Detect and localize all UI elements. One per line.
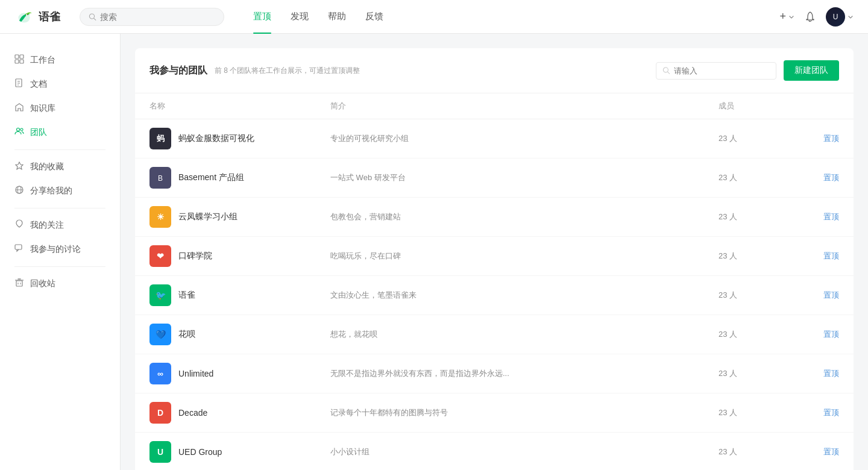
- pin-button[interactable]: 置顶: [823, 369, 839, 378]
- sidebar-label-following: 我的关注: [30, 220, 64, 231]
- pin-button[interactable]: 置顶: [823, 330, 839, 339]
- team-action: 置顶: [791, 212, 839, 222]
- notification-action[interactable]: [804, 11, 816, 23]
- table-row: B Basement 产品组 一站式 Web 研发平台 23 人 置顶: [135, 158, 854, 198]
- nav-link-help[interactable]: 帮助: [318, 0, 356, 34]
- sidebar-item-workspace[interactable]: 工作台: [0, 48, 120, 72]
- trash-icon: [14, 278, 24, 290]
- teams-table: 名称 简介 成员 蚂 蚂蚁金服数据可视化 专业的可视化研究小组 23 人 置顶 …: [135, 93, 854, 470]
- pin-button[interactable]: 置顶: [823, 212, 839, 221]
- team-desc: 想花，就花呗: [330, 329, 719, 340]
- team-avatar: 💙: [149, 324, 171, 345]
- nav-link-feedback[interactable]: 反馈: [356, 0, 393, 34]
- sidebar-item-trash[interactable]: 回收站: [0, 272, 120, 296]
- shared-icon: [14, 185, 24, 197]
- topnav: 语雀 置顶 发现 帮助 反馈 + U: [0, 0, 868, 34]
- avatar: U: [826, 7, 845, 27]
- create-team-button[interactable]: 新建团队: [784, 60, 839, 81]
- team-desc: 文由汝心生，笔墨语雀来: [330, 290, 719, 301]
- table-row: 🐦 语雀 文由汝心生，笔墨语雀来 23 人 置顶: [135, 276, 854, 315]
- svg-marker-15: [16, 162, 23, 169]
- nav-link-workspace[interactable]: 置顶: [244, 0, 281, 34]
- sidebar-item-shared[interactable]: 分享给我的: [0, 179, 120, 203]
- svg-rect-8: [20, 60, 24, 63]
- table-row: 蚂 蚂蚁金服数据可视化 专业的可视化研究小组 23 人 置顶: [135, 119, 854, 158]
- pin-button[interactable]: 置顶: [823, 134, 839, 143]
- team-name: Unlimited: [178, 369, 213, 378]
- sidebar-item-teams[interactable]: 团队: [0, 121, 120, 145]
- logo-text: 语雀: [39, 10, 60, 24]
- team-action: 置顶: [791, 329, 839, 340]
- nav-links: 置顶 发现 帮助 反馈: [244, 0, 393, 34]
- teams-list: 蚂 蚂蚁金服数据可视化 专业的可视化研究小组 23 人 置顶 B Basemen…: [135, 119, 854, 470]
- team-name: Decade: [178, 408, 207, 418]
- workspace-icon: [14, 54, 24, 66]
- table-header: 名称 简介 成员: [135, 93, 854, 119]
- sidebar-label-shared: 分享给我的: [30, 186, 72, 196]
- team-name: 花呗: [178, 329, 195, 340]
- team-action: 置顶: [791, 251, 839, 262]
- team-avatar: 🐦: [149, 284, 171, 306]
- panel-subtitle: 前 8 个团队将在工作台展示，可通过置顶调整: [215, 66, 649, 76]
- panel-search[interactable]: [656, 62, 776, 80]
- sidebar-item-following[interactable]: 我的关注: [0, 213, 120, 237]
- docs-icon: [14, 78, 24, 90]
- table-row: ∞ Unlimited 无限不是指边界外就没有东西，而是指边界外永远... 23…: [135, 354, 854, 393]
- team-avatar: B: [149, 167, 171, 189]
- sidebar-item-knowledge[interactable]: 知识库: [0, 96, 120, 121]
- sidebar-divider-2: [14, 208, 105, 208]
- nav-right: + U: [779, 7, 854, 27]
- pin-button[interactable]: 置顶: [823, 408, 839, 417]
- svg-text:B: B: [158, 174, 163, 183]
- sidebar-item-favorites[interactable]: 我的收藏: [0, 155, 120, 179]
- sidebar-label-discussions: 我参与的讨论: [30, 244, 81, 255]
- team-action: 置顶: [791, 290, 839, 301]
- sidebar-divider-1: [14, 149, 105, 150]
- svg-rect-5: [15, 55, 19, 58]
- team-avatar: 蚂: [149, 128, 171, 149]
- knowledge-icon: [14, 102, 24, 114]
- team-name-col: ∞ Unlimited: [149, 363, 330, 384]
- pin-button[interactable]: 置顶: [823, 290, 839, 299]
- team-name-col: B Basement 产品组: [149, 167, 330, 189]
- pin-button[interactable]: 置顶: [823, 173, 839, 182]
- svg-rect-20: [16, 281, 22, 286]
- nav-link-discover[interactable]: 发现: [281, 0, 318, 34]
- search-box[interactable]: [80, 8, 224, 26]
- user-avatar-action[interactable]: U: [826, 7, 854, 27]
- main-content: 我参与的团队 前 8 个团队将在工作台展示，可通过置顶调整 新建团队 名称 简介: [121, 34, 868, 470]
- team-desc: 包教包会，营销建站: [330, 212, 719, 222]
- team-action: 置顶: [791, 407, 839, 418]
- sidebar-label-favorites: 我的收藏: [30, 161, 64, 172]
- pin-button[interactable]: 置顶: [823, 447, 839, 456]
- sidebar-label-teams: 团队: [30, 127, 47, 138]
- add-action[interactable]: +: [779, 10, 794, 23]
- logo-area[interactable]: 语雀: [14, 7, 60, 27]
- team-members: 23 人: [719, 446, 791, 457]
- team-avatar: ☀: [149, 206, 171, 228]
- sidebar-item-docs[interactable]: 文档: [0, 72, 120, 96]
- svg-point-2: [27, 14, 28, 15]
- teams-icon: [14, 127, 24, 139]
- logo-icon: [14, 7, 34, 27]
- team-name-col: D Decade: [149, 402, 330, 424]
- team-name-col: ☀ 云凤蝶学习小组: [149, 206, 330, 228]
- team-action: 置顶: [791, 172, 839, 183]
- pin-button[interactable]: 置顶: [823, 251, 839, 260]
- sidebar-item-discussions[interactable]: 我参与的讨论: [0, 237, 120, 262]
- team-members: 23 人: [719, 329, 791, 340]
- team-members: 23 人: [719, 407, 791, 418]
- team-members: 23 人: [719, 212, 791, 222]
- search-input[interactable]: [100, 12, 215, 22]
- sidebar-label-docs: 文档: [30, 79, 47, 90]
- table-row: D Decade 记录每个十年都特有的图腾与符号 23 人 置顶: [135, 393, 854, 433]
- svg-point-13: [17, 128, 20, 131]
- col-header-desc: 简介: [330, 101, 719, 111]
- team-desc: 吃喝玩乐，尽在口碑: [330, 251, 719, 262]
- panel-search-input[interactable]: [674, 66, 770, 75]
- team-name: 蚂蚁金服数据可视化: [178, 133, 254, 144]
- team-name-col: ❤ 口碑学院: [149, 245, 330, 267]
- svg-rect-7: [15, 60, 19, 63]
- team-desc: 一站式 Web 研发平台: [330, 172, 719, 183]
- svg-rect-6: [20, 55, 24, 58]
